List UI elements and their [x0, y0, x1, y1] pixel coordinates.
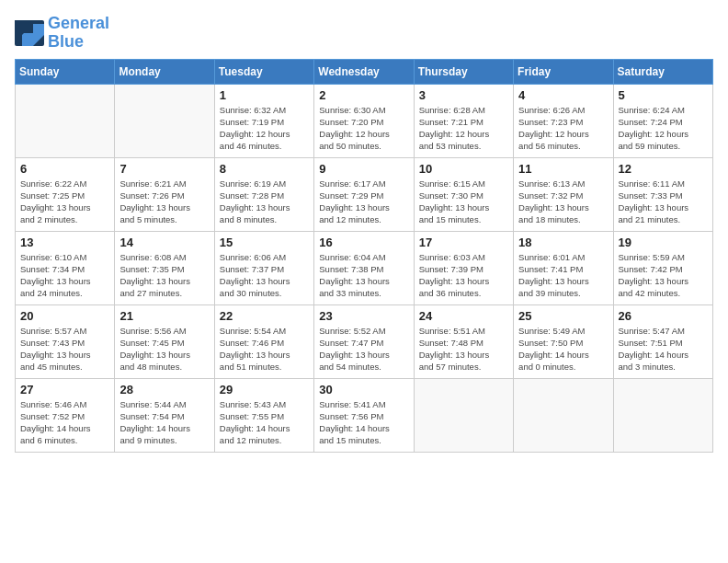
day-info: Sunrise: 5:56 AM Sunset: 7:45 PM Dayligh…: [119, 325, 209, 373]
day-info: Sunrise: 6:21 AM Sunset: 7:26 PM Dayligh…: [119, 178, 209, 226]
day-number: 16: [319, 236, 408, 249]
day-info: Sunrise: 5:59 AM Sunset: 7:42 PM Dayligh…: [619, 251, 708, 300]
svg-rect-2: [15, 20, 33, 33]
day-cell: 16Sunrise: 6:04 AM Sunset: 7:38 PM Dayli…: [314, 231, 414, 304]
day-number: 5: [619, 88, 708, 102]
day-cell: 28Sunrise: 5:44 AM Sunset: 7:54 PM Dayli…: [115, 378, 214, 452]
week-row-1: 1Sunrise: 6:32 AM Sunset: 7:19 PM Daylig…: [16, 84, 713, 157]
logo-text: General Blue: [48, 15, 109, 52]
weekday-header-sunday: Sunday: [16, 59, 115, 84]
day-cell: 29Sunrise: 5:43 AM Sunset: 7:55 PM Dayli…: [214, 378, 313, 452]
day-cell: 3Sunrise: 6:28 AM Sunset: 7:21 PM Daylig…: [414, 84, 513, 157]
day-number: 23: [319, 309, 408, 323]
day-info: Sunrise: 5:43 AM Sunset: 7:55 PM Dayligh…: [220, 398, 309, 447]
day-info: Sunrise: 5:51 AM Sunset: 7:48 PM Dayligh…: [419, 325, 508, 373]
day-number: 8: [220, 162, 309, 176]
day-info: Sunrise: 6:30 AM Sunset: 7:20 PM Dayligh…: [319, 104, 408, 153]
day-info: Sunrise: 6:17 AM Sunset: 7:29 PM Dayligh…: [319, 178, 408, 226]
day-cell: 30Sunrise: 5:41 AM Sunset: 7:56 PM Dayli…: [314, 378, 414, 452]
week-row-4: 20Sunrise: 5:57 AM Sunset: 7:43 PM Dayli…: [16, 304, 713, 378]
day-info: Sunrise: 6:28 AM Sunset: 7:21 PM Dayligh…: [419, 104, 508, 153]
day-number: 4: [518, 88, 608, 102]
weekday-header-wednesday: Wednesday: [314, 59, 414, 84]
day-number: 26: [619, 309, 708, 323]
day-number: 29: [220, 383, 309, 396]
day-number: 20: [20, 309, 109, 323]
day-info: Sunrise: 6:32 AM Sunset: 7:19 PM Dayligh…: [220, 104, 309, 153]
weekday-header-thursday: Thursday: [414, 59, 513, 84]
day-number: 1: [220, 88, 309, 102]
week-row-2: 6Sunrise: 6:22 AM Sunset: 7:25 PM Daylig…: [16, 157, 713, 231]
day-cell: 21Sunrise: 5:56 AM Sunset: 7:45 PM Dayli…: [115, 304, 214, 378]
day-cell: 10Sunrise: 6:15 AM Sunset: 7:30 PM Dayli…: [414, 157, 513, 231]
header: General Blue: [15, 15, 713, 52]
day-cell: [514, 378, 613, 452]
day-number: 3: [419, 88, 508, 102]
weekday-header-saturday: Saturday: [613, 59, 712, 84]
day-cell: 5Sunrise: 6:24 AM Sunset: 7:24 PM Daylig…: [613, 84, 712, 157]
day-cell: [115, 84, 214, 157]
day-number: 7: [119, 162, 209, 176]
day-info: Sunrise: 5:54 AM Sunset: 7:46 PM Dayligh…: [220, 325, 309, 373]
day-cell: 7Sunrise: 6:21 AM Sunset: 7:26 PM Daylig…: [115, 157, 214, 231]
day-cell: 2Sunrise: 6:30 AM Sunset: 7:20 PM Daylig…: [314, 84, 414, 157]
day-info: Sunrise: 5:46 AM Sunset: 7:52 PM Dayligh…: [20, 398, 109, 447]
day-info: Sunrise: 6:22 AM Sunset: 7:25 PM Dayligh…: [20, 178, 109, 226]
day-info: Sunrise: 6:26 AM Sunset: 7:23 PM Dayligh…: [518, 104, 608, 153]
day-cell: 11Sunrise: 6:13 AM Sunset: 7:32 PM Dayli…: [514, 157, 613, 231]
weekday-header-friday: Friday: [514, 59, 613, 84]
weekday-header-row: SundayMondayTuesdayWednesdayThursdayFrid…: [16, 59, 713, 84]
day-number: 10: [419, 162, 508, 176]
day-number: 28: [119, 383, 209, 396]
weekday-header-monday: Monday: [115, 59, 214, 84]
day-number: 22: [220, 309, 309, 323]
day-number: 12: [619, 162, 708, 176]
day-cell: 15Sunrise: 6:06 AM Sunset: 7:37 PM Dayli…: [214, 231, 313, 304]
day-number: 2: [319, 88, 408, 102]
day-cell: 22Sunrise: 5:54 AM Sunset: 7:46 PM Dayli…: [214, 304, 313, 378]
day-number: 17: [419, 236, 508, 249]
weekday-header-tuesday: Tuesday: [214, 59, 313, 84]
day-number: 14: [119, 236, 209, 249]
day-cell: 26Sunrise: 5:47 AM Sunset: 7:51 PM Dayli…: [613, 304, 712, 378]
day-number: 21: [119, 309, 209, 323]
day-info: Sunrise: 5:41 AM Sunset: 7:56 PM Dayligh…: [319, 398, 408, 447]
day-cell: 24Sunrise: 5:51 AM Sunset: 7:48 PM Dayli…: [414, 304, 513, 378]
day-number: 9: [319, 162, 408, 176]
day-cell: [16, 84, 115, 157]
week-row-3: 13Sunrise: 6:10 AM Sunset: 7:34 PM Dayli…: [16, 231, 713, 304]
day-info: Sunrise: 6:11 AM Sunset: 7:33 PM Dayligh…: [619, 178, 708, 226]
day-number: 30: [319, 383, 408, 396]
day-cell: [613, 378, 712, 452]
week-row-5: 27Sunrise: 5:46 AM Sunset: 7:52 PM Dayli…: [16, 378, 713, 452]
day-number: 27: [20, 383, 109, 396]
day-number: 11: [518, 162, 608, 176]
day-cell: 6Sunrise: 6:22 AM Sunset: 7:25 PM Daylig…: [16, 157, 115, 231]
day-info: Sunrise: 6:19 AM Sunset: 7:28 PM Dayligh…: [220, 178, 309, 226]
day-info: Sunrise: 6:01 AM Sunset: 7:41 PM Dayligh…: [518, 251, 608, 300]
day-cell: 4Sunrise: 6:26 AM Sunset: 7:23 PM Daylig…: [514, 84, 613, 157]
day-cell: 27Sunrise: 5:46 AM Sunset: 7:52 PM Dayli…: [16, 378, 115, 452]
day-cell: 23Sunrise: 5:52 AM Sunset: 7:47 PM Dayli…: [314, 304, 414, 378]
logo: General Blue: [15, 15, 109, 52]
day-info: Sunrise: 5:57 AM Sunset: 7:43 PM Dayligh…: [20, 325, 109, 373]
day-info: Sunrise: 6:13 AM Sunset: 7:32 PM Dayligh…: [518, 178, 608, 226]
day-cell: 18Sunrise: 6:01 AM Sunset: 7:41 PM Dayli…: [514, 231, 613, 304]
day-number: 24: [419, 309, 508, 323]
day-info: Sunrise: 6:06 AM Sunset: 7:37 PM Dayligh…: [220, 251, 309, 300]
day-cell: 14Sunrise: 6:08 AM Sunset: 7:35 PM Dayli…: [115, 231, 214, 304]
day-number: 18: [518, 236, 608, 249]
day-info: Sunrise: 5:47 AM Sunset: 7:51 PM Dayligh…: [619, 325, 708, 373]
day-info: Sunrise: 6:15 AM Sunset: 7:30 PM Dayligh…: [419, 178, 508, 226]
day-number: 19: [619, 236, 708, 249]
day-info: Sunrise: 6:08 AM Sunset: 7:35 PM Dayligh…: [119, 251, 209, 300]
day-cell: 1Sunrise: 6:32 AM Sunset: 7:19 PM Daylig…: [214, 84, 313, 157]
day-cell: [414, 378, 513, 452]
day-cell: 12Sunrise: 6:11 AM Sunset: 7:33 PM Dayli…: [613, 157, 712, 231]
calendar-table: SundayMondayTuesdayWednesdayThursdayFrid…: [15, 59, 713, 453]
day-info: Sunrise: 5:52 AM Sunset: 7:47 PM Dayligh…: [319, 325, 408, 373]
day-info: Sunrise: 6:24 AM Sunset: 7:24 PM Dayligh…: [619, 104, 708, 153]
day-cell: 20Sunrise: 5:57 AM Sunset: 7:43 PM Dayli…: [16, 304, 115, 378]
day-info: Sunrise: 5:49 AM Sunset: 7:50 PM Dayligh…: [518, 325, 608, 373]
day-number: 6: [20, 162, 109, 176]
